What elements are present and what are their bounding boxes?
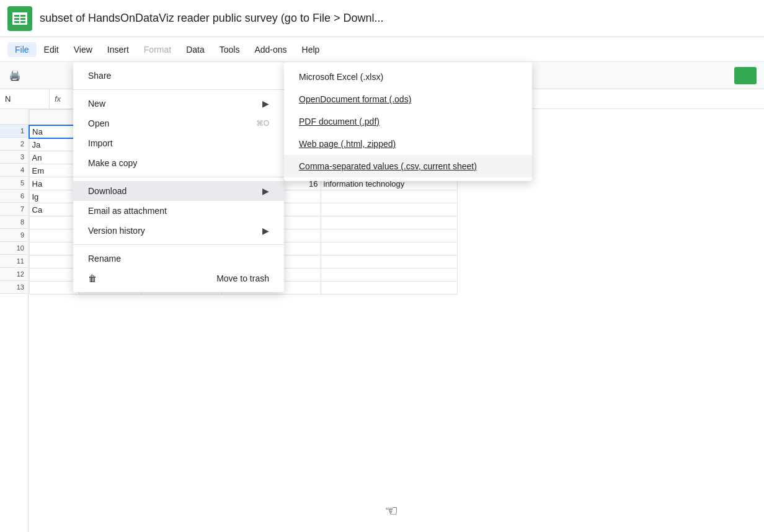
print-button[interactable]: 🖨️ [5, 66, 25, 86]
svg-rect-3 [20, 15, 25, 17]
cell-a6[interactable]: Ig [29, 190, 79, 203]
cursor-hand-icon: ☞ [384, 502, 398, 520]
row-num-13: 13 [0, 281, 28, 294]
file-menu-version-history[interactable]: Version history ▶ [73, 221, 284, 241]
download-arrow-icon: ▶ [262, 186, 269, 196]
cell-a4[interactable]: Em [29, 164, 79, 177]
file-menu-make-copy[interactable]: Make a copy [73, 153, 284, 173]
fx-label: fx [50, 94, 66, 104]
menu-file[interactable]: File [7, 42, 37, 57]
download-xlsx[interactable]: Microsoft Excel (.xlsx) [284, 66, 532, 88]
row-num-7: 7 [0, 203, 28, 216]
svg-rect-5 [20, 18, 25, 20]
download-pdf[interactable]: PDF document (.pdf) [284, 110, 532, 133]
separator-1 [73, 89, 284, 90]
svg-rect-2 [14, 15, 19, 17]
cell-a2[interactable]: Ja [29, 138, 79, 151]
cell-e6[interactable] [321, 190, 457, 203]
row-num-5: 5 [0, 177, 28, 190]
download-csv[interactable]: Comma-separated values (.csv, current sh… [284, 155, 532, 177]
row-num-6: 6 [0, 190, 28, 203]
row-num-2: 2 [0, 138, 28, 151]
cell-a5[interactable]: Ha [29, 177, 79, 190]
file-menu-open[interactable]: Open ⌘O [73, 113, 284, 133]
svg-rect-4 [14, 18, 19, 20]
svg-rect-7 [20, 21, 25, 23]
cell-a8[interactable] [29, 216, 79, 229]
separator-3 [73, 244, 284, 245]
svg-rect-6 [14, 21, 19, 23]
document-title: subset of HandsOnDataViz reader public s… [40, 12, 383, 25]
file-menu-new[interactable]: New ▶ [73, 94, 284, 113]
menu-addons[interactable]: Add-ons [247, 42, 294, 57]
cell-a11[interactable] [29, 255, 79, 268]
row-num-header [0, 109, 28, 125]
cell-reference: N [0, 89, 50, 109]
file-menu-email-attachment[interactable]: Email as attachment [73, 201, 284, 221]
top-bar: subset of HandsOnDataViz reader public s… [0, 0, 764, 37]
cell-a12[interactable] [29, 268, 79, 282]
menu-edit[interactable]: Edit [37, 42, 66, 57]
share-button[interactable] [734, 67, 757, 84]
cell-a10[interactable] [29, 242, 79, 255]
menu-bar: File Edit View Insert Format Data Tools … [0, 37, 764, 62]
menu-help[interactable]: Help [295, 42, 327, 57]
cell-a3[interactable]: An [29, 151, 79, 164]
row-num-11: 11 [0, 255, 28, 268]
download-submenu: Microsoft Excel (.xlsx) OpenDocument for… [284, 62, 532, 181]
row-num-4: 4 [0, 164, 28, 177]
cell-e12[interactable] [321, 268, 457, 282]
cell-e8[interactable] [321, 216, 457, 229]
trash-icon: 🗑 [88, 273, 97, 283]
cell-e13[interactable] [321, 282, 457, 295]
file-menu-move-to-trash[interactable]: 🗑 Move to trash [73, 268, 284, 288]
download-ods[interactable]: OpenDocument format (.ods) [284, 88, 532, 110]
row-num-8: 8 [0, 216, 28, 229]
cell-e11[interactable] [321, 255, 457, 268]
menu-insert[interactable]: Insert [100, 42, 136, 57]
cell-e7[interactable] [321, 203, 457, 216]
cell-e9[interactable] [321, 229, 457, 242]
row-num-10: 10 [0, 242, 28, 255]
menu-view[interactable]: View [66, 42, 100, 57]
new-arrow-icon: ▶ [262, 99, 269, 109]
cell-a1[interactable]: Na [29, 125, 79, 138]
download-html[interactable]: Web page (.html, zipped) [284, 133, 532, 155]
file-menu-rename[interactable]: Rename [73, 249, 284, 268]
file-menu-share[interactable]: Share [73, 66, 284, 86]
cell-e10[interactable] [321, 242, 457, 255]
file-menu-download[interactable]: Download ▶ [73, 181, 284, 201]
file-menu: Share New ▶ Open ⌘O Import Make a copy D… [73, 62, 284, 292]
row-num-12: 12 [0, 268, 28, 281]
row-num-3: 3 [0, 151, 28, 164]
cell-a9[interactable] [29, 229, 79, 242]
row-num-9: 9 [0, 229, 28, 242]
sheets-icon [7, 6, 32, 31]
version-history-arrow-icon: ▶ [262, 226, 269, 236]
row-num-1: 1 [0, 125, 28, 138]
row-numbers: 1 2 3 4 5 6 7 8 9 10 11 12 13 [0, 109, 29, 532]
menu-format[interactable]: Format [136, 42, 179, 57]
menu-tools[interactable]: Tools [212, 42, 247, 57]
menu-data[interactable]: Data [179, 42, 212, 57]
open-shortcut: ⌘O [256, 119, 269, 128]
file-menu-import[interactable]: Import [73, 133, 284, 153]
cell-a7[interactable]: Ca [29, 203, 79, 216]
col-header-a[interactable] [29, 110, 79, 125]
separator-2 [73, 177, 284, 177]
cell-a13[interactable] [29, 282, 79, 295]
